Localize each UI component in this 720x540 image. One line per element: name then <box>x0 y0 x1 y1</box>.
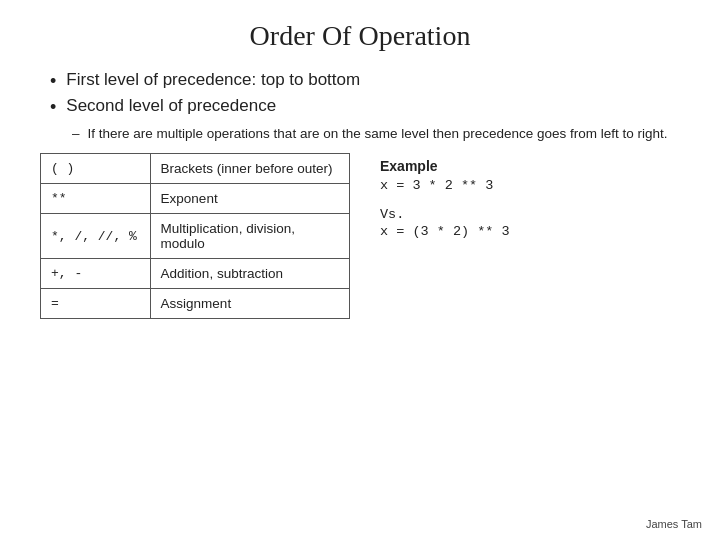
operator-cell: ( ) <box>41 154 151 184</box>
bullet-item-1: First level of precedence: top to bottom <box>50 70 680 92</box>
operator-cell: ** <box>41 184 151 214</box>
sub-bullet-item: If there are multiple operations that ar… <box>72 126 680 141</box>
description-cell: Addition, subtraction <box>150 259 349 289</box>
operator-table-container: ( )Brackets (inner before outer)**Expone… <box>40 153 350 319</box>
operator-cell: *, /, //, % <box>41 214 151 259</box>
bullet-item-2: Second level of precedence <box>50 96 680 118</box>
example-line2: x = (3 * 2) ** 3 <box>380 224 510 239</box>
table-row: +, -Addition, subtraction <box>41 259 350 289</box>
example-label: Example <box>380 158 510 174</box>
table-row: *, /, //, %Multiplication, division, mod… <box>41 214 350 259</box>
sub-list: If there are multiple operations that ar… <box>40 126 680 141</box>
example-area: Example x = 3 * 2 ** 3 Vs. x = (3 * 2) *… <box>380 153 510 319</box>
page: Order Of Operation First level of preced… <box>0 0 720 540</box>
operator-table: ( )Brackets (inner before outer)**Expone… <box>40 153 350 319</box>
table-row: **Exponent <box>41 184 350 214</box>
description-cell: Exponent <box>150 184 349 214</box>
table-row: =Assignment <box>41 289 350 319</box>
example-line1: x = 3 * 2 ** 3 <box>380 178 510 193</box>
content-area: ( )Brackets (inner before outer)**Expone… <box>40 153 680 319</box>
description-cell: Multiplication, division, modulo <box>150 214 349 259</box>
footer-credit: James Tam <box>646 518 702 530</box>
page-title: Order Of Operation <box>40 20 680 52</box>
vs-label: Vs. <box>380 207 510 222</box>
description-cell: Assignment <box>150 289 349 319</box>
bullet-list: First level of precedence: top to bottom… <box>40 70 680 118</box>
description-cell: Brackets (inner before outer) <box>150 154 349 184</box>
operator-cell: = <box>41 289 151 319</box>
operator-cell: +, - <box>41 259 151 289</box>
table-row: ( )Brackets (inner before outer) <box>41 154 350 184</box>
